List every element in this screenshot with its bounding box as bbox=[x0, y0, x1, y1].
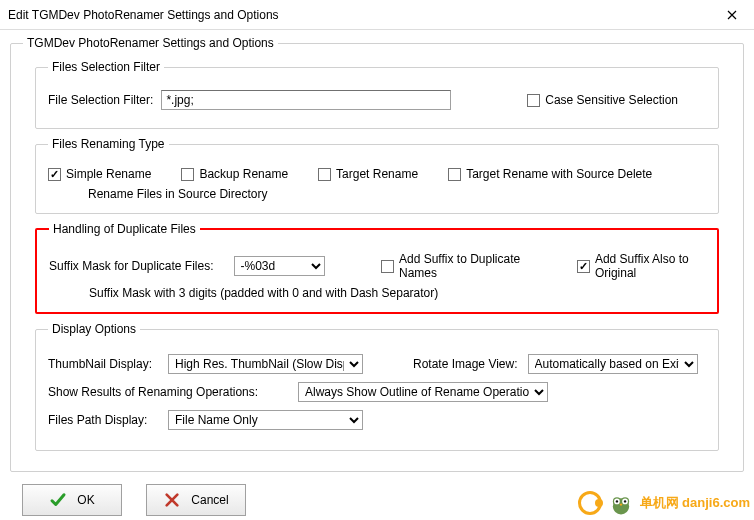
checkbox-icon bbox=[181, 168, 194, 181]
case-sensitive-label: Case Sensitive Selection bbox=[545, 93, 678, 107]
title-bar: Edit TGMDev PhotoRenamer Settings and Op… bbox=[0, 0, 754, 30]
rename-legend: Files Renaming Type bbox=[48, 137, 169, 151]
thumbnail-label: ThumbNail Display: bbox=[48, 357, 168, 371]
checkbox-icon bbox=[48, 168, 61, 181]
close-icon bbox=[727, 10, 737, 20]
watermark-logo-icon bbox=[578, 491, 602, 515]
svg-point-6 bbox=[624, 500, 626, 502]
add-orig-checkbox[interactable]: Add Suffix Also to Original bbox=[577, 252, 705, 280]
checkbox-icon bbox=[448, 168, 461, 181]
checkbox-icon bbox=[318, 168, 331, 181]
target-delete-checkbox[interactable]: Target Rename with Source Delete bbox=[448, 167, 652, 181]
watermark: 单机网 danji6.com bbox=[578, 490, 750, 516]
x-icon bbox=[163, 491, 181, 509]
backup-rename-checkbox[interactable]: Backup Rename bbox=[181, 167, 288, 181]
filter-fieldset: Files Selection Filter File Selection Fi… bbox=[35, 60, 719, 129]
path-select[interactable]: File Name Only bbox=[168, 410, 363, 430]
svg-point-5 bbox=[615, 500, 617, 502]
cancel-button[interactable]: Cancel bbox=[146, 484, 246, 516]
ok-button[interactable]: OK bbox=[22, 484, 122, 516]
filter-label: File Selection Filter: bbox=[48, 93, 153, 107]
rotate-label: Rotate Image View: bbox=[413, 357, 518, 371]
thumbnail-select[interactable]: High Res. ThumbNail (Slow Display) bbox=[168, 354, 363, 374]
main-legend: TGMDev PhotoRenamer Settings and Options bbox=[23, 36, 278, 50]
target-rename-checkbox[interactable]: Target Rename bbox=[318, 167, 418, 181]
window-title: Edit TGMDev PhotoRenamer Settings and Op… bbox=[8, 8, 709, 22]
close-button[interactable] bbox=[709, 0, 754, 30]
results-label: Show Results of Renaming Operations: bbox=[48, 385, 268, 399]
rename-subtext: Rename Files in Source Directory bbox=[88, 187, 706, 201]
filter-input[interactable] bbox=[161, 90, 451, 110]
display-legend: Display Options bbox=[48, 322, 140, 336]
watermark-text: 单机网 danji6.com bbox=[640, 496, 750, 510]
mask-label: Suffix Mask for Duplicate Files: bbox=[49, 259, 214, 273]
mask-select[interactable]: -%03d bbox=[234, 256, 325, 276]
checkbox-icon bbox=[381, 260, 394, 273]
add-orig-label: Add Suffix Also to Original bbox=[595, 252, 705, 280]
duplicate-fieldset: Handling of Duplicate Files Suffix Mask … bbox=[35, 222, 719, 314]
rotate-select[interactable]: Automatically based on Exif bbox=[528, 354, 698, 374]
path-label: Files Path Display: bbox=[48, 413, 168, 427]
checkbox-icon bbox=[527, 94, 540, 107]
target-delete-label: Target Rename with Source Delete bbox=[466, 167, 652, 181]
results-select[interactable]: Always Show Outline of Rename Operations bbox=[298, 382, 548, 402]
duplicate-legend: Handling of Duplicate Files bbox=[49, 222, 200, 236]
filter-legend: Files Selection Filter bbox=[48, 60, 164, 74]
check-icon bbox=[49, 491, 67, 509]
watermark-owl-icon bbox=[608, 490, 634, 516]
main-fieldset: TGMDev PhotoRenamer Settings and Options… bbox=[10, 36, 744, 472]
mask-hint: Suffix Mask with 3 digits (padded with 0… bbox=[89, 286, 705, 300]
case-sensitive-checkbox[interactable]: Case Sensitive Selection bbox=[527, 93, 678, 107]
display-fieldset: Display Options ThumbNail Display: High … bbox=[35, 322, 719, 451]
backup-rename-label: Backup Rename bbox=[199, 167, 288, 181]
add-suffix-label: Add Suffix to Duplicate Names bbox=[399, 252, 529, 280]
target-rename-label: Target Rename bbox=[336, 167, 418, 181]
add-suffix-checkbox[interactable]: Add Suffix to Duplicate Names bbox=[381, 252, 529, 280]
rename-type-fieldset: Files Renaming Type Simple Rename Backup… bbox=[35, 137, 719, 214]
cancel-label: Cancel bbox=[191, 493, 228, 507]
simple-rename-label: Simple Rename bbox=[66, 167, 151, 181]
checkbox-icon bbox=[577, 260, 590, 273]
ok-label: OK bbox=[77, 493, 94, 507]
simple-rename-checkbox[interactable]: Simple Rename bbox=[48, 167, 151, 181]
content-area: TGMDev PhotoRenamer Settings and Options… bbox=[0, 30, 754, 520]
